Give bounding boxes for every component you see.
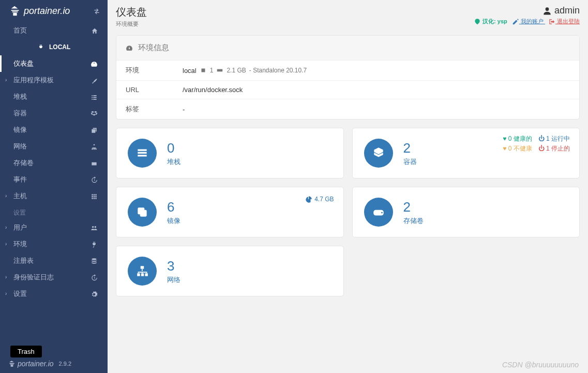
- svg-rect-10: [145, 273, 147, 276]
- sidebar-item-label: 用户: [13, 223, 90, 232]
- cpu-icon: [200, 67, 207, 74]
- card-volumes[interactable]: 2 存储卷: [352, 187, 580, 237]
- user-icon: [542, 6, 552, 16]
- sidebar-item-database[interactable]: 注册表: [0, 252, 108, 269]
- topbar: 仪表盘 环境概要 admin 汉化: ysp 我的账户 退出登陆: [116, 0, 580, 35]
- sidebar-header: portainer.io: [0, 0, 108, 22]
- sidebar-item-rocket[interactable]: ›应用程序模板: [0, 72, 108, 88]
- rocket-icon: [90, 76, 98, 84]
- volumes-icon: [364, 198, 393, 227]
- main-content: 仪表盘 环境概要 admin 汉化: ysp 我的账户 退出登陆: [108, 0, 588, 373]
- database-icon: [90, 257, 98, 265]
- svg-rect-7: [141, 266, 144, 268]
- chevron-right-icon: ›: [5, 77, 7, 83]
- pie-icon: [305, 196, 312, 203]
- containers-status: ♥ 0 健康的 ⏻ 1 运行中 ♥ 0 不健康 ⏻ 1 停止的: [503, 135, 570, 154]
- standalone-version: - Standalone 20.10.7: [249, 67, 307, 74]
- chevron-right-icon: ›: [5, 193, 7, 199]
- th-icon: [90, 192, 98, 200]
- env-url: /var/run/docker.sock: [183, 86, 570, 94]
- sidebar-home-label: 首页: [13, 26, 27, 35]
- sidebar-item-th[interactable]: ›主机: [0, 188, 108, 204]
- svg-rect-8: [137, 273, 140, 276]
- containers-count: 2: [403, 140, 417, 156]
- sitemap-icon: [90, 142, 98, 151]
- sidebar-item-cogs[interactable]: ›设置: [0, 286, 108, 302]
- networks-icon: [128, 257, 157, 286]
- users-icon: [90, 223, 98, 232]
- chevron-right-icon: ›: [5, 291, 7, 296]
- sidebar-settings-heading: 设置: [0, 204, 108, 219]
- svg-rect-9: [141, 273, 144, 276]
- status-unhealthy: ♥ 0 不健康: [503, 144, 532, 153]
- card-stacks[interactable]: 0 堆栈: [116, 128, 344, 178]
- volumes-count: 2: [403, 199, 424, 215]
- env-tags: -: [183, 105, 570, 114]
- networks-count: 3: [167, 258, 180, 274]
- env-row-url: URL /var/run/docker.sock: [116, 81, 579, 99]
- stacks-count: 0: [167, 140, 180, 156]
- page-heading: 仪表盘 环境概要: [116, 5, 147, 28]
- memory-icon: [216, 67, 223, 74]
- card-images[interactable]: 6 镜像 4.7 GB: [116, 187, 344, 237]
- env-info-header: 环境信息: [116, 36, 579, 61]
- cpu-count: 1: [210, 67, 214, 74]
- sidebar-item-hdd[interactable]: 存储卷: [0, 155, 108, 171]
- sidebar-item-label: 注册表: [13, 256, 90, 265]
- sidebar-item-label: 镜像: [13, 125, 90, 135]
- images-label: 镜像: [167, 216, 180, 226]
- status-healthy: ♥ 0 健康的: [503, 135, 532, 143]
- home-icon: [91, 26, 98, 35]
- sidebar-item-plug[interactable]: ›环境: [0, 236, 108, 252]
- images-count: 6: [167, 199, 180, 215]
- svg-point-6: [381, 212, 383, 214]
- chevron-right-icon: ›: [5, 241, 7, 247]
- tachometer-icon: [90, 59, 98, 68]
- user-name: admin: [554, 5, 580, 16]
- page-title: 仪表盘: [116, 5, 147, 19]
- status-running: ⏻ 1 运行中: [538, 135, 570, 143]
- env-row-tags: 标签 -: [116, 99, 579, 119]
- card-networks[interactable]: 3 网络: [116, 246, 344, 296]
- sidebar-item-label: 事件: [13, 175, 90, 184]
- my-account-link[interactable]: 我的账户: [512, 18, 545, 24]
- sidebar-item-users[interactable]: ›用户: [0, 219, 108, 236]
- ram-value: 2.1 GB: [227, 67, 246, 74]
- current-user[interactable]: admin: [474, 5, 580, 16]
- topbar-right: admin 汉化: ysp 我的账户 退出登陆: [474, 5, 580, 25]
- portainer-icon: [9, 5, 21, 17]
- sidebar-item-label: 存储卷: [13, 158, 90, 168]
- dashboard-grid: 0 堆栈 2 容器 ♥ 0 健康的 ⏻ 1 运行中 ♥ 0 不健康 ⏻ 1 停止…: [116, 128, 580, 296]
- chevron-right-icon: ›: [5, 225, 7, 230]
- status-stopped: ⏻ 1 停止的: [538, 144, 570, 153]
- cogs-icon: [90, 290, 98, 298]
- env-row-environment: 环境 local 1 2.1 GB - Standalone 20.10.7: [116, 61, 579, 81]
- containers-label: 容器: [403, 157, 417, 167]
- list-icon: [90, 93, 98, 101]
- sidebar-item-clone[interactable]: 镜像: [0, 122, 108, 138]
- sidebar-item-history[interactable]: ›身份验证日志: [0, 269, 108, 286]
- svg-point-0: [546, 7, 549, 11]
- sidebar-item-label: 主机: [13, 191, 90, 201]
- sidebar-item-list[interactable]: 堆栈: [0, 88, 108, 105]
- sidebar-item-label: 堆栈: [13, 92, 90, 101]
- sidebar-item-cubes[interactable]: 容器: [0, 105, 108, 122]
- sidebar-item-history[interactable]: 事件: [0, 171, 108, 188]
- card-containers[interactable]: 2 容器 ♥ 0 健康的 ⏻ 1 运行中 ♥ 0 不健康 ⏻ 1 停止的: [352, 128, 580, 178]
- sidebar-item-tachometer[interactable]: 仪表盘: [0, 55, 108, 72]
- sidebar-home[interactable]: 首页: [0, 22, 108, 39]
- logout-link[interactable]: 退出登陆: [548, 18, 580, 24]
- env-info-panel: 环境信息 环境 local 1 2.1 GB - Standalone 20.1…: [116, 35, 580, 120]
- header-links: 汉化: ysp 我的账户 退出登陆: [474, 18, 580, 25]
- networks-label: 网络: [167, 275, 180, 285]
- svg-rect-2: [217, 69, 223, 72]
- page-subtitle: 环境概要: [116, 20, 147, 28]
- sidebar-item-label: 设置: [13, 289, 90, 299]
- stacks-icon: [128, 139, 157, 168]
- images-icon: [128, 198, 157, 227]
- sidebar-toggle-icon[interactable]: [93, 6, 100, 16]
- sidebar-item-label: 容器: [13, 109, 90, 118]
- sidebar-item-label: 应用程序模板: [13, 76, 90, 85]
- brand-logo[interactable]: portainer.io: [9, 5, 70, 17]
- sidebar-item-sitemap[interactable]: 网络: [0, 138, 108, 155]
